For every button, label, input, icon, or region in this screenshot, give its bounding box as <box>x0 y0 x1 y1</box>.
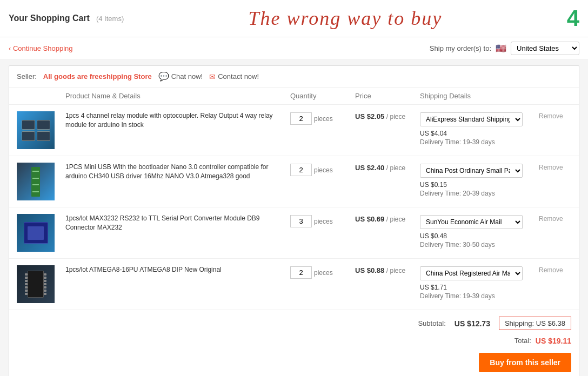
remove-button-p1[interactable]: Remove <box>539 111 563 120</box>
col-header-price: Price <box>355 92 420 100</box>
remove-area-p2: Remove <box>539 163 571 171</box>
remove-area-p1: Remove <box>539 111 571 120</box>
shipping-area-p1: AliExpress Standard ShippingChina Post O… <box>420 111 539 146</box>
shipping-area-p4: China Post Registered Air MailAliExpress… <box>420 265 539 300</box>
shipping-delivery-p2: Delivery Time: 20-39 days <box>420 190 539 197</box>
subtotal-label: Subtotal: <box>418 319 445 327</box>
col-header-remove <box>539 92 571 100</box>
product-list: 1pcs 4 channel relay module with optocou… <box>9 105 579 310</box>
shipping-area-p2: China Post Ordinary Small PacketAliExpre… <box>420 163 539 197</box>
remove-area-p4: Remove <box>539 265 571 274</box>
quantity-unit-p3: pieces <box>314 218 333 225</box>
remove-button-p4[interactable]: Remove <box>539 265 563 274</box>
shipping-delivery-p1: Delivery Time: 19-39 days <box>420 138 539 146</box>
ship-to-area: Ship my order(s) to: 🇺🇸 United States <box>430 42 579 55</box>
cart-title: Your Shopping Cart <box>9 14 90 23</box>
shipping-select-p3[interactable]: SunYou Economic Air MailAliExpress Stand… <box>420 215 523 229</box>
chat-icon: 💬 <box>158 71 169 82</box>
shipping-cost-p3: US $0.48 <box>420 232 539 240</box>
quantity-unit-p4: pieces <box>314 269 333 277</box>
quantity-input-p1[interactable] <box>290 112 312 125</box>
quantity-unit-p2: pieces <box>314 166 333 174</box>
shipping-select-p4[interactable]: China Post Registered Air MailAliExpress… <box>420 266 523 280</box>
contact-label: Contact now! <box>218 72 259 80</box>
sub-header: Continue Shopping Ship my order(s) to: 🇺… <box>0 37 588 60</box>
col-header-product: Product Name & Details <box>65 92 290 100</box>
table-header: Product Name & Details Quantity Price Sh… <box>9 88 579 105</box>
email-icon: ✉ <box>209 72 216 81</box>
price-value-p2: US $2.40 <box>355 164 384 172</box>
product-name-p2[interactable]: 1PCS Mini USB With the bootloader Nano 3… <box>65 163 290 181</box>
seller-header: Seller: All goods are freeshipping Store… <box>9 66 579 88</box>
country-select[interactable]: United States <box>511 42 579 55</box>
table-row: 1PCS Mini USB With the bootloader Nano 3… <box>9 156 579 207</box>
header-left: Your Shopping Cart (4 Items) <box>9 14 124 23</box>
watermark-text: The wrong way to buy <box>249 7 443 30</box>
shipping-box-label: Shipping: <box>505 319 534 327</box>
continue-shopping-link[interactable]: Continue Shopping <box>9 44 73 52</box>
shipping-select-p2[interactable]: China Post Ordinary Small PacketAliExpre… <box>420 164 523 178</box>
shipping-cost-p4: US $1.71 <box>420 284 539 291</box>
shipping-box-value: US $6.38 <box>536 319 565 327</box>
quantity-input-p4[interactable] <box>290 266 312 279</box>
price-area-p2: US $2.40 / piece <box>355 163 420 172</box>
flag-icon: 🇺🇸 <box>496 43 506 53</box>
total-label: Total: <box>514 337 531 345</box>
cart-footer: Subtotal: US $12.73 Shipping: US $6.38 <box>9 310 579 337</box>
contact-button[interactable]: ✉ Contact now! <box>209 72 259 81</box>
ship-to-label: Ship my order(s) to: <box>430 44 491 52</box>
seller-card: Seller: All goods are freeshipping Store… <box>9 65 579 376</box>
quantity-unit-p1: pieces <box>314 115 333 123</box>
product-name-p4[interactable]: 1pcs/lot ATMEGA8-16PU ATMEGA8 DIP New Or… <box>65 265 290 274</box>
col-header-shipping: Shipping Details <box>420 92 539 100</box>
product-image-p1 <box>17 111 65 149</box>
remove-button-p2[interactable]: Remove <box>539 163 563 171</box>
price-area-p4: US $0.88 / piece <box>355 265 420 274</box>
product-image-p4 <box>17 265 65 303</box>
chat-label: Chat now! <box>171 72 203 80</box>
table-row: 1pcs/lot ATMEGA8-16PU ATMEGA8 DIP New Or… <box>9 259 579 310</box>
shipping-select-p1[interactable]: AliExpress Standard ShippingChina Post O… <box>420 112 523 126</box>
quantity-input-p3[interactable] <box>290 215 312 227</box>
quantity-input-p2[interactable] <box>290 164 312 176</box>
table-row: 1pcs/lot MAX3232 RS232 to TTL Serial Por… <box>9 207 579 259</box>
quantity-area-p1: pieces <box>290 111 355 125</box>
table-row: 1pcs 4 channel relay module with optocou… <box>9 105 579 156</box>
product-image-p3 <box>17 214 65 252</box>
seller-name[interactable]: All goods are freeshipping Store <box>43 72 152 80</box>
buy-button-area: Buy from this seller <box>9 348 579 376</box>
product-image-p2 <box>17 163 65 200</box>
shipping-cost-p2: US $0.15 <box>420 181 539 189</box>
col-header-empty <box>17 92 65 100</box>
price-unit-p3: / piece <box>386 216 405 223</box>
price-area-p1: US $2.05 / piece <box>355 111 420 120</box>
price-unit-p2: / piece <box>386 164 405 172</box>
cart-count: (4 Items) <box>96 15 124 23</box>
product-name-p1[interactable]: 1pcs 4 channel relay module with optocou… <box>65 111 290 130</box>
shipping-box: Shipping: US $6.38 <box>499 317 571 330</box>
quantity-area-p2: pieces <box>290 163 355 176</box>
shipping-cost-p1: US $4.04 <box>420 130 539 137</box>
price-value-p4: US $0.88 <box>355 266 384 274</box>
subtotal-value: US $12.73 <box>455 319 490 328</box>
total-value: US $19.11 <box>536 337 571 345</box>
price-value-p1: US $2.05 <box>355 112 384 120</box>
chat-button[interactable]: 💬 Chat now! <box>158 71 203 82</box>
remove-button-p3[interactable]: Remove <box>539 214 563 223</box>
main-content: Seller: All goods are freeshipping Store… <box>0 60 588 376</box>
seller-label: Seller: <box>17 72 37 80</box>
col-header-quantity: Quantity <box>290 92 355 100</box>
shipping-area-p3: SunYou Economic Air MailAliExpress Stand… <box>420 214 539 249</box>
buy-from-seller-button[interactable]: Buy from this seller <box>479 353 571 372</box>
header-number: 4 <box>567 5 579 31</box>
price-area-p3: US $0.69 / piece <box>355 214 420 223</box>
price-unit-p1: / piece <box>386 113 405 120</box>
shipping-delivery-p3: Delivery Time: 30-50 days <box>420 241 539 249</box>
quantity-area-p3: pieces <box>290 214 355 227</box>
price-unit-p4: / piece <box>386 267 405 274</box>
shipping-delivery-p4: Delivery Time: 19-39 days <box>420 292 539 300</box>
remove-area-p3: Remove <box>539 214 571 223</box>
quantity-area-p4: pieces <box>290 265 355 279</box>
product-name-p3[interactable]: 1pcs/lot MAX3232 RS232 to TTL Serial Por… <box>65 214 290 232</box>
price-value-p3: US $0.69 <box>355 215 384 223</box>
